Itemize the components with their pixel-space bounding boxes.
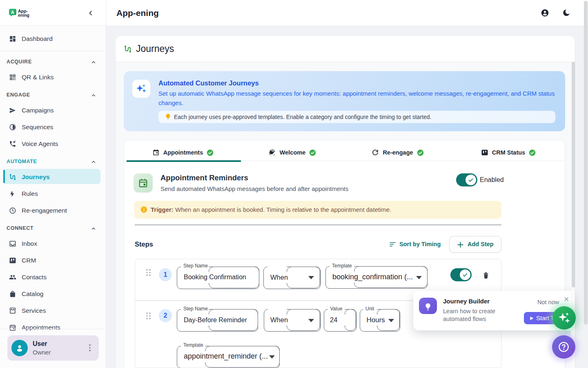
svg-text:A: A [11, 10, 15, 15]
